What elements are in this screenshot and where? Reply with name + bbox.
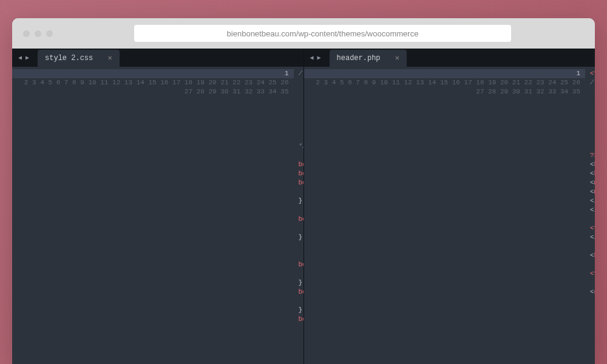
nav-forward-icon[interactable]: ▶ xyxy=(316,53,322,62)
close-icon[interactable]: × xyxy=(107,54,112,63)
tab-style-css[interactable]: style 2.css × xyxy=(38,50,120,67)
code-content[interactable]: /* Theme Name: BBB 2020 Theme URI: https… xyxy=(294,67,304,364)
tab-label: header.php xyxy=(337,54,381,62)
tab-label: style 2.css xyxy=(45,54,93,62)
tab-bar: ◀ ▶ style 2.css × xyxy=(12,49,304,67)
code-area[interactable]: 1 2 3 4 5 6 7 8 9 10 11 12 13 14 15 16 1… xyxy=(304,67,595,364)
editor-pane-right: ◀ ▶ header.php × 1 2 3 4 5 6 7 8 9 10 11… xyxy=(304,49,595,364)
tab-bar: ◀ ▶ header.php × xyxy=(304,49,595,67)
titlebar: bienbonetbeau.com/wp-content/themes/wooc… xyxy=(12,18,595,49)
nav-forward-icon[interactable]: ▶ xyxy=(24,53,30,62)
editor-pane-left: ◀ ▶ style 2.css × 1 2 3 4 5 6 7 8 9 10 1… xyxy=(12,49,304,364)
nav-back-icon[interactable]: ◀ xyxy=(17,53,23,62)
minimize-icon[interactable] xyxy=(35,30,41,37)
editor-area: ◀ ▶ style 2.css × 1 2 3 4 5 6 7 8 9 10 1… xyxy=(12,49,595,364)
browser-window: bienbonetbeau.com/wp-content/themes/wooc… xyxy=(12,18,595,364)
close-icon[interactable] xyxy=(23,30,30,37)
traffic-lights xyxy=(23,30,53,37)
url-bar[interactable]: bienbonetbeau.com/wp-content/themes/wooc… xyxy=(134,25,511,42)
maximize-icon[interactable] xyxy=(46,30,53,37)
code-area[interactable]: 1 2 3 4 5 6 7 8 9 10 11 12 13 14 15 16 1… xyxy=(12,67,304,364)
gutter: 1 2 3 4 5 6 7 8 9 10 11 12 13 14 15 16 1… xyxy=(12,67,294,364)
gutter: 1 2 3 4 5 6 7 8 9 10 11 12 13 14 15 16 1… xyxy=(304,67,586,364)
code-content[interactable]: <?php /** * The header for our theme. * … xyxy=(585,67,595,364)
nav-back-icon[interactable]: ◀ xyxy=(309,53,315,62)
close-icon[interactable]: × xyxy=(395,54,400,63)
tab-header-php[interactable]: header.php × xyxy=(330,50,407,67)
